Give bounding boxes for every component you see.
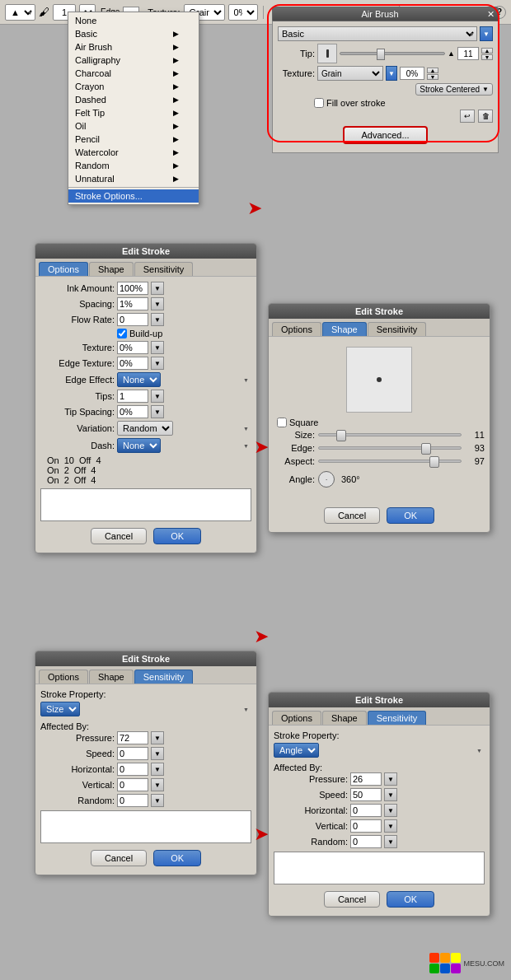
tab-options-sens2[interactable]: Options <box>272 711 321 725</box>
horizontal-dropdown2[interactable]: ▼ <box>384 804 397 817</box>
pressure-input1[interactable] <box>117 731 148 744</box>
speed-input1[interactable] <box>117 747 148 760</box>
aspect-slider-track[interactable] <box>318 460 462 463</box>
fill-over-stroke-label[interactable]: Fill over stroke <box>314 98 386 108</box>
random-dropdown1[interactable]: ▼ <box>151 794 164 807</box>
pressure-dropdown1[interactable]: ▼ <box>151 731 164 744</box>
vertical-dropdown2[interactable]: ▼ <box>384 819 397 833</box>
vertical-input1[interactable] <box>117 778 148 791</box>
menu-item-pencil[interactable]: Pencil ▶ <box>68 133 199 146</box>
texture-opt-input[interactable] <box>117 341 148 354</box>
texture-pct-input[interactable] <box>400 67 424 80</box>
shape-ok-btn[interactable]: OK <box>387 507 434 524</box>
menu-item-calligraphy[interactable]: Calligraphy ▶ <box>68 54 199 67</box>
ink-amount-input[interactable] <box>117 282 148 295</box>
buildup-label[interactable]: Build-up <box>117 329 162 338</box>
tip-down-btn[interactable]: ▼ <box>481 54 493 60</box>
speed-input2[interactable] <box>350 788 382 801</box>
tab-options-sens1[interactable]: Options <box>39 670 88 684</box>
vertical-input2[interactable] <box>350 819 382 833</box>
menu-item-felttip[interactable]: Felt Tip ▶ <box>68 106 199 119</box>
tip-slider-thumb[interactable] <box>377 49 385 60</box>
spacing-input[interactable] <box>117 297 148 310</box>
advanced-btn[interactable]: Advanced... <box>343 126 427 144</box>
menu-item-oil[interactable]: Oil ▶ <box>68 119 199 133</box>
speed-dropdown2[interactable]: ▼ <box>384 788 397 801</box>
edge-texture-input[interactable] <box>117 357 148 370</box>
stroke-centered-btn[interactable]: Stroke Centered ▼ <box>415 83 493 96</box>
sens1-ok-btn[interactable]: OK <box>153 850 201 866</box>
menu-item-airbrush[interactable]: Air Brush ▶ <box>68 40 199 54</box>
tip-up-arrow[interactable]: ▲ <box>448 49 455 58</box>
tips-dropdown[interactable]: ▼ <box>151 390 164 403</box>
menu-item-random[interactable]: Random ▶ <box>68 159 199 172</box>
airbrush-basic-select[interactable]: Basic <box>278 26 477 41</box>
random-input1[interactable] <box>117 794 148 807</box>
options-cancel-btn[interactable]: Cancel <box>91 528 147 544</box>
random-dropdown2[interactable]: ▼ <box>384 835 397 848</box>
texture-opt-dropdown[interactable]: ▼ <box>151 341 164 354</box>
vertical-dropdown1[interactable]: ▼ <box>151 778 164 791</box>
airbrush-back-icon[interactable]: ↩ <box>460 110 475 123</box>
flow-rate-input[interactable] <box>117 313 148 326</box>
options-ok-btn[interactable]: OK <box>153 528 201 544</box>
texture-down-btn[interactable]: ▼ <box>427 74 438 80</box>
tips-input[interactable] <box>117 390 148 403</box>
tab-sensitivity-shape[interactable]: Sensitivity <box>368 322 427 336</box>
spacing-dropdown[interactable]: ▼ <box>151 297 164 310</box>
size-slider-track[interactable] <box>318 433 462 436</box>
menu-item-none[interactable]: None <box>68 14 199 27</box>
angle-circle[interactable]: · <box>318 471 335 488</box>
tab-shape-sens2[interactable]: Shape <box>322 711 367 725</box>
tip-up-btn[interactable]: ▲ <box>481 48 493 54</box>
tip-spacing-dropdown[interactable]: ▼ <box>151 405 164 418</box>
tool-select[interactable]: ▲ <box>5 4 35 21</box>
airbrush-dropdown-btn[interactable]: ▼ <box>480 26 493 41</box>
flow-rate-dropdown[interactable]: ▼ <box>151 313 164 326</box>
horizontal-input1[interactable] <box>117 763 148 776</box>
edge-effect-select[interactable]: None <box>117 372 161 387</box>
pressure-input2[interactable] <box>350 772 382 786</box>
tab-shape-options[interactable]: Shape <box>89 262 134 276</box>
sens2-ok-btn[interactable]: OK <box>387 891 434 908</box>
texture-pct-select[interactable]: 0% <box>228 4 258 21</box>
tab-shape-sens1[interactable]: Shape <box>89 670 134 684</box>
edge-slider-track[interactable] <box>318 446 462 450</box>
sens1-cancel-btn[interactable]: Cancel <box>91 850 147 866</box>
random-input2[interactable] <box>350 835 382 848</box>
sens2-cancel-btn[interactable]: Cancel <box>324 891 380 908</box>
tab-shape-shape[interactable]: Shape <box>322 322 367 336</box>
stroke-property-select[interactable]: Size <box>40 702 80 716</box>
ink-amount-dropdown[interactable]: ▼ <box>151 282 164 295</box>
texture-select-ab[interactable]: Grain <box>317 66 383 81</box>
airbrush-close-icon[interactable]: ✕ <box>487 9 495 20</box>
menu-item-charcoal[interactable]: Charcoal ▶ <box>68 67 199 80</box>
speed-dropdown1[interactable]: ▼ <box>151 747 164 760</box>
tab-options-shape[interactable]: Options <box>272 322 321 336</box>
menu-item-basic[interactable]: Basic ▶ <box>68 27 199 40</box>
horizontal-dropdown1[interactable]: ▼ <box>151 763 164 776</box>
aspect-slider-thumb[interactable] <box>429 456 439 468</box>
variation-select[interactable]: Random <box>117 421 173 436</box>
tab-sensitivity-options[interactable]: Sensitivity <box>134 262 194 276</box>
menu-item-stroke-options[interactable]: Stroke Options... <box>68 189 199 203</box>
square-label[interactable]: Square <box>277 418 318 427</box>
size-slider-thumb[interactable] <box>336 430 346 441</box>
tip-value-input[interactable] <box>457 47 479 60</box>
shape-cancel-btn[interactable]: Cancel <box>324 507 380 524</box>
tab-options[interactable]: Options <box>39 262 88 276</box>
tab-sensitivity-sens2[interactable]: Sensitivity <box>368 711 427 725</box>
menu-item-watercolor[interactable]: Watercolor ▶ <box>68 146 199 159</box>
fill-over-stroke-checkbox[interactable] <box>314 98 324 108</box>
menu-item-dashed[interactable]: Dashed ▶ <box>68 93 199 106</box>
edge-slider-thumb[interactable] <box>421 443 431 455</box>
tip-spacing-input[interactable] <box>117 405 148 418</box>
tip-slider[interactable] <box>340 52 445 55</box>
dash-select[interactable]: None <box>117 438 161 453</box>
buildup-checkbox[interactable] <box>117 329 127 338</box>
texture-dropdown-btn[interactable]: ▼ <box>386 66 397 81</box>
horizontal-input2[interactable] <box>350 804 382 817</box>
stroke-property2-select[interactable]: Angle <box>274 743 319 758</box>
menu-item-crayon[interactable]: Crayon ▶ <box>68 80 199 93</box>
tab-sensitivity-sens1[interactable]: Sensitivity <box>134 670 194 684</box>
